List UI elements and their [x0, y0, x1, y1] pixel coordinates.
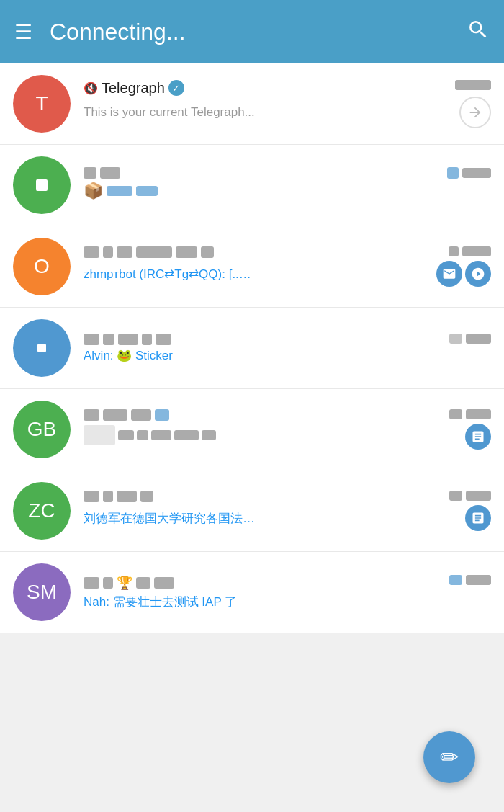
chat-preview: This is your current Telegraph... — [84, 105, 255, 120]
right-col — [455, 80, 491, 90]
list-item[interactable]: T 🔇 Telegraph ✓ This is your current Tel… — [0, 63, 504, 145]
list-item[interactable]: Alvin: 🐸 Sticker — [0, 308, 504, 389]
svg-rect-1 — [37, 344, 46, 352]
chat-name: Telegraph — [102, 80, 165, 97]
chat-preview: 刘德军在德国大学研究各国法… — [84, 510, 255, 527]
chat-content: zhmртbot (IRC⇄Tg⇄QQ): [..… — [84, 246, 491, 287]
avatar — [13, 319, 71, 377]
avatar: O — [13, 238, 71, 295]
list-item[interactable]: ZC 刘德军在德 — [0, 470, 504, 552]
compose-fab[interactable]: ✏ — [423, 731, 475, 783]
verified-icon: ✓ — [168, 80, 184, 96]
avatar: ZC — [13, 482, 71, 540]
avatar: GB — [13, 401, 71, 458]
chat-content: 刘德军在德国大学研究各国法… — [84, 491, 491, 531]
chat-content — [84, 409, 491, 450]
topbar-title: Connecting... — [50, 19, 467, 45]
topbar: ☰ Connecting... — [0, 0, 504, 63]
chat-content: Alvin: 🐸 Sticker — [84, 334, 491, 363]
svg-rect-0 — [36, 179, 48, 191]
list-item[interactable]: O — [0, 226, 504, 308]
list-item[interactable]: GB — [0, 389, 504, 470]
action-badge — [465, 505, 491, 531]
avatar — [13, 156, 71, 214]
chat-preview: Alvin: 🐸 Sticker — [84, 348, 173, 363]
chat-preview: Nah: 需要壮士去测试 IAP 了 — [84, 594, 237, 610]
chat-preview-row: This is your current Telegraph... — [84, 97, 491, 128]
unread-badge — [436, 261, 462, 287]
chat-preview: zhmртbot (IRC⇄Tg⇄QQ): [..… — [84, 267, 251, 282]
chat-list: T 🔇 Telegraph ✓ This is your current Tel… — [0, 63, 504, 633]
avatar: SM — [13, 563, 71, 621]
menu-icon[interactable]: ☰ — [14, 20, 32, 44]
action-badge — [465, 424, 491, 450]
forward-icon — [459, 97, 491, 128]
chat-content: 🏆 Nah: 需要壮士去测试 IAP 了 — [84, 575, 491, 610]
search-icon[interactable] — [467, 18, 490, 46]
chat-content: 📦 — [84, 167, 491, 203]
chat-content: 🔇 Telegraph ✓ This is your current Teleg… — [84, 80, 491, 128]
avatar: T — [13, 75, 71, 133]
list-item[interactable]: 📦 — [0, 145, 504, 226]
mute-icon: 🔇 — [84, 81, 98, 95]
unread-badge-2 — [465, 261, 491, 287]
list-item[interactable]: SM 🏆 — [0, 552, 504, 633]
